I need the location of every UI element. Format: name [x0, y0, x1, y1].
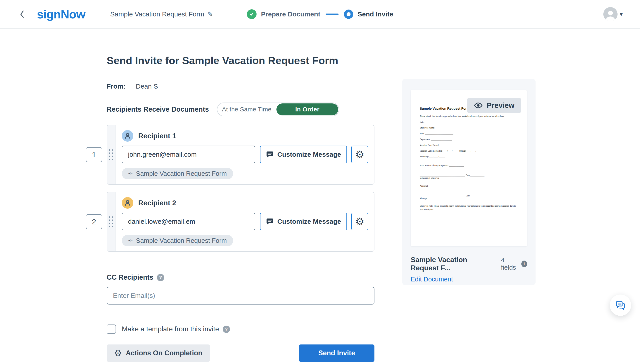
gear-icon: ⚙ [355, 216, 364, 226]
cc-recipients-label: CC Recipients [107, 274, 153, 282]
document-tag-row: ✒ Sample Vacation Request Form [122, 235, 368, 246]
drag-dots-icon [109, 216, 113, 227]
info-icon[interactable]: i [521, 260, 527, 267]
step-label: Send Invite [358, 10, 393, 18]
step-active-ring-icon [344, 10, 353, 19]
signnow-logo[interactable]: signNow [37, 7, 85, 21]
from-row: From: Dean S [107, 82, 374, 90]
recipient-card: Recipient 1 Customize Message ⚙ [107, 125, 374, 185]
from-label: From: [107, 82, 126, 90]
make-template-label: Make a template from this invite [122, 325, 219, 333]
user-silhouette-icon [603, 7, 617, 21]
step-send-invite[interactable]: Send Invite [344, 10, 393, 19]
recipient-input-row: Customize Message ⚙ [122, 213, 368, 230]
mini-doc-line: Manager [420, 197, 518, 200]
document-meta-row: Sample Vacation Request F... 4 fields i [411, 256, 527, 272]
drag-dots-icon [109, 149, 113, 160]
actions-on-completion-label: Actions On Completion [126, 349, 202, 357]
message-icon [266, 218, 274, 226]
chevron-left-icon [20, 10, 25, 18]
mini-doc-line: Vacation Dates Requested: ____/____/____… [420, 150, 518, 152]
pen-nib-icon: ✒ [128, 171, 133, 176]
mini-doc-line: ________________________________________… [420, 195, 518, 197]
mini-doc-line: Signature of Employee [420, 177, 518, 179]
mini-doc-line: Employee Name: _________________________… [420, 127, 518, 129]
make-template-checkbox[interactable] [107, 324, 116, 334]
order-toggle: At the Same Time In Order [217, 102, 339, 116]
gear-icon: ⚙ [114, 349, 122, 357]
receive-order-row: Recipients Receive Documents At the Same… [107, 102, 374, 116]
recipient-name: Recipient 2 [138, 199, 176, 207]
step-label: Prepare Document [261, 10, 320, 18]
preview-button[interactable]: Preview [467, 98, 521, 113]
mini-doc-note: Employer Note: Please be sure to clearly… [420, 204, 518, 211]
mini-doc-line: ________________________________________… [420, 174, 518, 176]
step-prepare-document[interactable]: Prepare Document [247, 9, 320, 19]
mini-doc-line: Approval: [420, 185, 518, 187]
send-invite-button[interactable]: Send Invite [299, 344, 374, 362]
drag-handle[interactable] [107, 192, 116, 251]
customize-message-label: Customize Message [277, 151, 341, 158]
invite-form-column: Send Invite for Sample Vacation Request … [107, 54, 374, 362]
recipient-order-number: 2 [86, 214, 102, 229]
recipient-card-2: 2 Recipient 2 [107, 192, 374, 252]
mini-doc-line: Title: ___________________________ [420, 132, 518, 135]
eye-icon [474, 101, 483, 110]
document-tag-label: Sample Vacation Request Form [136, 237, 227, 244]
recipient-card: Recipient 2 Customize Message ⚙ [107, 192, 374, 252]
recipient-name: Recipient 1 [138, 132, 176, 140]
recipient-card-body: Recipient 2 Customize Message ⚙ [116, 192, 374, 251]
section-divider [107, 263, 374, 263]
top-bar: signNow Sample Vacation Request Form ✎ P… [0, 0, 640, 29]
drag-handle[interactable] [107, 125, 116, 184]
customize-message-label: Customize Message [277, 218, 341, 225]
toggle-option-same-time[interactable]: At the Same Time [217, 106, 276, 113]
message-icon [266, 150, 274, 158]
chat-bubbles-icon [615, 300, 626, 310]
customize-message-button[interactable]: Customize Message [260, 146, 347, 163]
chevron-down-icon: ▾ [620, 11, 623, 18]
template-checkbox-row: Make a template from this invite ? [107, 324, 374, 334]
receive-order-label: Recipients Receive Documents [107, 106, 209, 114]
toggle-option-in-order[interactable]: In Order [276, 104, 338, 116]
main-content: Send Invite for Sample Vacation Request … [0, 29, 640, 362]
fields-count: 4 fields [501, 256, 519, 271]
mini-doc-line: Please submit this form for approval at … [420, 115, 518, 118]
recipient-card-body: Recipient 1 Customize Message ⚙ [116, 125, 374, 184]
recipient-header: Recipient 2 [122, 197, 368, 209]
account-menu[interactable]: ▾ [603, 7, 623, 21]
mini-doc-line: Returning: ____/____/______ [420, 156, 518, 158]
recipient-settings-button[interactable]: ⚙ [351, 146, 368, 163]
help-icon[interactable]: ? [157, 274, 164, 281]
recipient-order-number: 1 [86, 147, 102, 162]
cc-recipients-row: CC Recipients ? [107, 274, 374, 282]
document-thumbnail[interactable]: Preview Sample Vacation Request Form Ple… [411, 90, 527, 246]
recipient-settings-button[interactable]: ⚙ [351, 213, 368, 230]
support-chat-button[interactable] [610, 294, 631, 316]
from-value: Dean S [136, 82, 158, 90]
recipient-input-row: Customize Message ⚙ [122, 146, 368, 163]
actions-on-completion-button[interactable]: ⚙ Actions On Completion [107, 344, 210, 362]
document-title-group: Sample Vacation Request Form ✎ [110, 10, 213, 18]
document-title: Sample Vacation Request Form [110, 10, 204, 18]
document-tag[interactable]: ✒ Sample Vacation Request Form [122, 168, 233, 179]
progress-stepper: Prepare Document Send Invite [247, 9, 393, 19]
recipient-card-1: 1 Recipient 1 [107, 125, 374, 185]
document-tag[interactable]: ✒ Sample Vacation Request Form [122, 235, 233, 246]
back-button[interactable] [17, 8, 27, 21]
avatar [603, 7, 617, 21]
recipient-email-input[interactable] [122, 213, 255, 230]
help-icon[interactable]: ? [223, 326, 230, 333]
mini-doc-line: Vacation Days Earned: ______________ [420, 144, 518, 146]
customize-message-button[interactable]: Customize Message [260, 213, 347, 230]
cc-emails-input[interactable] [107, 287, 374, 304]
edit-pencil-icon[interactable]: ✎ [207, 11, 213, 18]
recipient-header: Recipient 1 [122, 130, 368, 142]
edit-document-link[interactable]: Edit Document [411, 276, 453, 283]
recipient-avatar [122, 130, 133, 142]
document-tag-row: ✒ Sample Vacation Request Form [122, 168, 368, 179]
mini-doc-line: Date: ______________ [420, 121, 518, 123]
step-complete-check-icon [247, 9, 257, 19]
gear-icon: ⚙ [355, 149, 364, 160]
recipient-email-input[interactable] [122, 146, 255, 163]
